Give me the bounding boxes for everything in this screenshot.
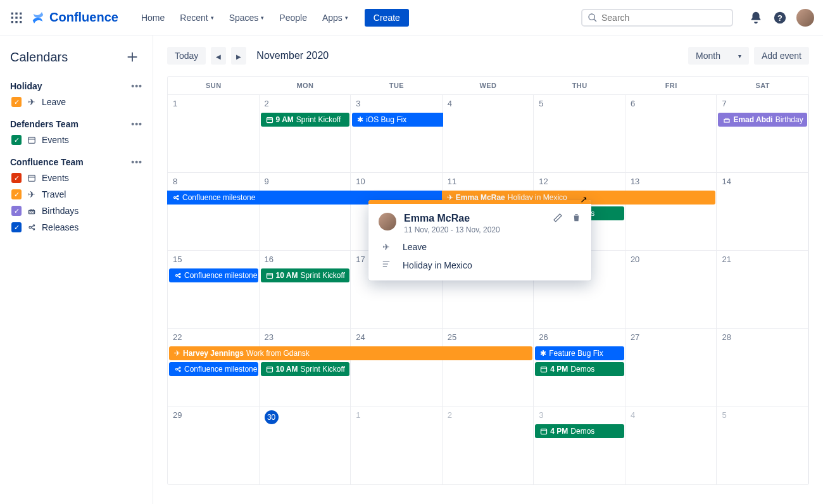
day-cell[interactable]: 16 — [260, 251, 351, 328]
day-cell[interactable]: 3 — [351, 95, 443, 172]
calendar-event[interactable]: ✱iOS Bug Fix — [352, 113, 443, 127]
svg-rect-28 — [267, 118, 272, 123]
calendar-item[interactable]: ✓Birthdays — [11, 203, 142, 219]
day-cell[interactable]: 1 — [168, 95, 260, 172]
calendar-checkbox[interactable]: ✓ — [11, 97, 22, 107]
day-cell[interactable]: 6 — [625, 95, 717, 172]
day-cell[interactable]: 20 — [625, 251, 717, 328]
search-input-container[interactable] — [581, 9, 733, 27]
day-cell[interactable]: 4 — [443, 95, 534, 172]
day-cell[interactable]: 14 — [717, 173, 808, 250]
day-cell[interactable]: 2 — [260, 95, 351, 172]
day-cell[interactable]: 29 — [168, 406, 260, 484]
nav-apps[interactable]: Apps▾ — [315, 9, 356, 27]
date-number: 13 — [631, 177, 712, 186]
date-number: 1 — [173, 99, 254, 108]
date-number: 6 — [631, 99, 712, 108]
date-number: 27 — [631, 332, 712, 342]
nav-people[interactable]: People — [272, 9, 315, 27]
day-cell[interactable]: 9 — [260, 173, 351, 250]
day-cell[interactable]: 13 — [625, 173, 717, 250]
day-cell[interactable]: 2 — [443, 406, 534, 484]
delete-icon[interactable] — [572, 213, 581, 225]
user-avatar[interactable] — [796, 9, 814, 27]
calendar-group-title: Holiday — [10, 81, 42, 91]
group-menu-icon[interactable]: ••• — [131, 157, 142, 167]
calendar-item[interactable]: ✓Events — [11, 170, 142, 186]
svg-line-26 — [31, 226, 33, 227]
calendar-event[interactable]: Confluence milestone — [169, 362, 258, 376]
group-menu-icon[interactable]: ••• — [131, 119, 142, 129]
calendar-event[interactable]: Emad AbdiBirthday — [718, 113, 807, 127]
svg-line-44 — [178, 274, 180, 275]
notifications-icon[interactable] — [748, 10, 763, 25]
date-number: 3 — [539, 410, 620, 420]
calendar-checkbox[interactable]: ✓ — [11, 189, 22, 199]
date-number: 7 — [722, 99, 803, 108]
view-dropdown[interactable]: Month▾ — [688, 47, 749, 65]
product-logo[interactable]: Confluence — [30, 10, 118, 25]
date-number: 2 — [265, 99, 346, 108]
date-number: 11 — [448, 177, 529, 186]
svg-line-38 — [176, 198, 178, 199]
day-cell[interactable]: 7 — [717, 95, 808, 172]
app-switcher-icon[interactable] — [9, 10, 24, 25]
calendar-checkbox[interactable]: ✓ — [11, 173, 22, 183]
day-cell[interactable]: 24 — [351, 329, 443, 406]
nav-recent[interactable]: Recent▾ — [172, 9, 221, 27]
day-cell[interactable]: 15 — [168, 251, 260, 328]
cal-icon — [540, 427, 548, 435]
svg-point-48 — [176, 369, 178, 370]
edit-icon[interactable] — [553, 213, 563, 225]
help-icon[interactable]: ? — [772, 10, 788, 25]
prev-month-button[interactable]: ◀ — [211, 47, 226, 65]
popover-detail: Holiday in Mexico — [403, 260, 472, 270]
date-number: 21 — [722, 255, 803, 264]
calendar-checkbox[interactable]: ✓ — [11, 135, 22, 145]
date-number: 29 — [173, 410, 254, 420]
calendar-item[interactable]: ✓Events — [11, 132, 142, 148]
calendar-event[interactable]: 10 AMSprint Kickoff — [261, 362, 350, 376]
create-button[interactable]: Create — [365, 9, 409, 27]
calendar-checkbox[interactable]: ✓ — [11, 206, 22, 216]
date-number: 30 — [265, 410, 279, 424]
calendar-item[interactable]: ✓✈Leave — [11, 94, 142, 110]
day-cell[interactable]: 21 — [717, 251, 808, 328]
date-number: 5 — [722, 410, 803, 420]
day-cell[interactable]: 3 — [534, 406, 625, 484]
calendar-event[interactable]: 4 PMDemos — [535, 424, 624, 438]
nav-home[interactable]: Home — [134, 9, 172, 27]
calendar-item[interactable]: ✓Releases — [11, 219, 142, 236]
calendar-event[interactable]: ✱Feature Bug Fix — [535, 346, 624, 360]
calendar-event[interactable]: 4 PMDemos — [535, 362, 624, 376]
day-cell[interactable]: 27 — [625, 329, 717, 406]
day-cell[interactable]: 25 — [443, 329, 534, 406]
search-input[interactable] — [601, 13, 727, 23]
calendar-title: November 2020 — [256, 50, 329, 61]
group-menu-icon[interactable]: ••• — [131, 81, 142, 91]
calendar-event[interactable]: 10 AMSprint Kickoff — [261, 268, 350, 282]
calendar-event[interactable]: Confluence milestone — [169, 268, 258, 282]
day-cell[interactable]: 28 — [717, 329, 808, 406]
next-month-button[interactable]: ▶ — [231, 47, 246, 65]
add-calendar-button[interactable] — [122, 47, 142, 67]
day-cell[interactable]: 30 — [260, 406, 351, 484]
day-cell[interactable]: 5 — [717, 406, 808, 484]
bug-icon: ✱ — [540, 349, 546, 358]
nav-spaces[interactable]: Spaces▾ — [222, 9, 272, 27]
calendar-event[interactable]: ✈Harvey JenningsWork from Gdansk — [169, 346, 532, 360]
day-cell[interactable]: 5 — [534, 95, 625, 172]
day-cell[interactable]: 4 — [625, 406, 717, 484]
day-cell[interactable]: 1 — [351, 406, 443, 484]
svg-line-27 — [31, 228, 33, 229]
calendar-item[interactable]: ✓✈Travel — [11, 186, 142, 203]
svg-rect-1 — [15, 12, 17, 14]
calendar-checkbox[interactable]: ✓ — [11, 222, 22, 232]
rel-icon — [27, 222, 37, 232]
add-event-button[interactable]: Add event — [754, 47, 809, 65]
day-cell[interactable]: 8 — [168, 173, 260, 250]
svg-rect-4 — [15, 16, 17, 18]
week-row: 22232425262728✈Harvey JenningsWork from … — [168, 329, 808, 406]
today-button[interactable]: Today — [167, 47, 206, 65]
calendar-event[interactable]: 9 AMSprint Kickoff — [261, 113, 350, 127]
